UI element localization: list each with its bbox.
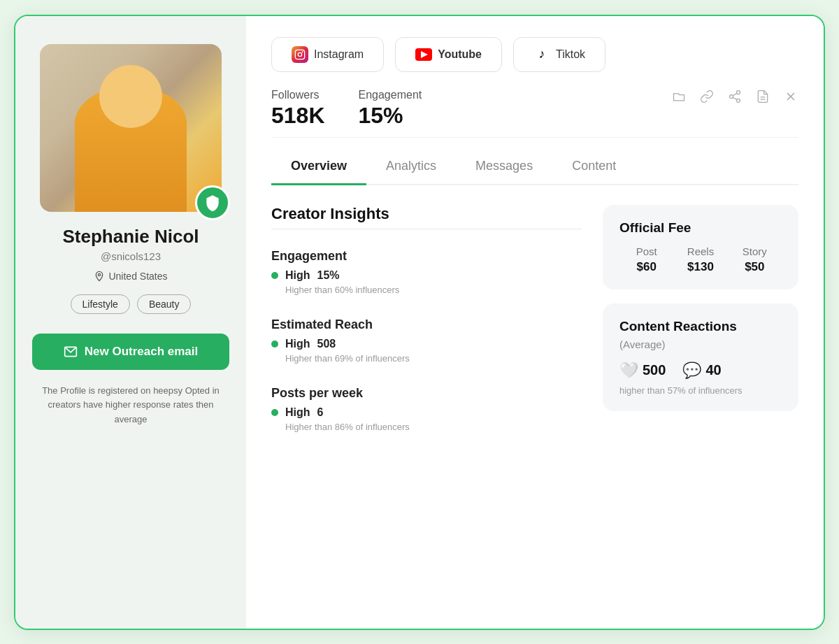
followers-label: Followers [271, 89, 325, 101]
reaction-comments: 💬 40 [682, 362, 721, 380]
insight-reach-value-row: High 508 [271, 338, 582, 350]
fee-post-value: $60 [619, 260, 673, 274]
verified-badge [195, 185, 230, 220]
reaction-likes: 🤍 500 [619, 362, 666, 380]
insight-reach-sub: Higher than 69% of influencers [285, 353, 582, 364]
fee-story-label: Story [728, 245, 782, 257]
official-fee-card: Official Fee Post $60 Reels $130 Story $ [603, 205, 798, 289]
profile-name: Stephanie Nicol [62, 226, 199, 248]
followers-stat: Followers 518K [271, 89, 325, 129]
document-icon[interactable] [755, 89, 770, 104]
avatar-wrapper [40, 44, 222, 212]
comment-icon: 💬 [682, 362, 701, 380]
right-cards: Official Fee Post $60 Reels $130 Story $ [603, 205, 798, 455]
outreach-label: New Outreach email [85, 345, 199, 359]
insight-engagement-level: High [285, 269, 310, 282]
close-icon[interactable] [783, 89, 798, 104]
official-fee-title: Official Fee [619, 220, 782, 236]
heart-icon: 🤍 [619, 362, 638, 380]
svg-point-3 [298, 52, 301, 56]
insight-reach: Estimated Reach High 508 Higher than 69%… [271, 317, 582, 364]
insight-engagement-name: Engagement [271, 249, 582, 264]
tab-analytics[interactable]: Analytics [366, 149, 456, 185]
reactions-row: 🤍 500 💬 40 [619, 362, 782, 380]
insight-reach-name: Estimated Reach [271, 317, 582, 332]
tiktok-label: Tiktok [556, 48, 585, 61]
engagement-value: 15% [359, 103, 422, 129]
content-area: Creator Insights Engagement High 15% Hig… [271, 205, 798, 455]
engagement-dot [271, 272, 278, 279]
action-icons [671, 89, 798, 104]
svg-line-6 [733, 93, 737, 95]
comments-value: 40 [705, 362, 721, 378]
profile-location: United States [94, 271, 167, 282]
profile-handle: @snicols123 [101, 250, 161, 262]
outreach-button[interactable]: New Outreach email [32, 334, 229, 370]
insights-title: Creator Insights [271, 205, 582, 223]
insight-engagement: Engagement High 15% Higher than 60% infl… [271, 249, 582, 295]
stats-divider [271, 137, 798, 138]
link-icon[interactable] [699, 89, 715, 104]
insight-reach-level: High [285, 338, 310, 350]
svg-line-5 [733, 97, 737, 99]
profile-note: The Profile is registered on heepsy Opte… [32, 384, 229, 427]
folder-icon[interactable] [671, 89, 687, 104]
engagement-stat: Engagement 15% [359, 89, 422, 129]
youtube-label: Youtube [438, 48, 482, 61]
stats-left: Followers 518K Engagement 15% [271, 89, 422, 129]
reactions-subtitle: (Average) [619, 338, 782, 350]
tab-messages[interactable]: Messages [456, 149, 552, 185]
youtube-icon [415, 46, 432, 63]
main-content: Instagram Youtube ♪ Tiktok [246, 16, 824, 629]
location-icon [94, 271, 105, 282]
instagram-label: Instagram [314, 48, 364, 61]
tab-tiktok[interactable]: ♪ Tiktok [513, 37, 605, 72]
insight-posts-sub: Higher than 86% of influencers [285, 422, 582, 432]
avatar [40, 44, 222, 212]
stats-row: Followers 518K Engagement 15% [271, 89, 798, 129]
fee-post-label: Post [619, 245, 673, 257]
fee-story-value: $50 [728, 260, 782, 274]
tab-overview[interactable]: Overview [271, 149, 366, 185]
insight-posts-name: Posts per week [271, 386, 582, 401]
fee-reels-label: Reels [673, 245, 727, 257]
platform-tabs: Instagram Youtube ♪ Tiktok [271, 37, 798, 72]
insight-posts: Posts per week High 6 Higher than 86% of… [271, 386, 582, 432]
reach-dot [271, 341, 278, 348]
insight-posts-value-row: High 6 [271, 406, 582, 419]
tag-beauty: Beauty [137, 294, 192, 314]
fee-row: Post $60 Reels $130 Story $50 [619, 245, 782, 274]
insight-reach-num: 508 [317, 338, 336, 350]
email-icon [64, 345, 78, 359]
engagement-label: Engagement [359, 89, 422, 101]
tab-youtube[interactable]: Youtube [395, 37, 502, 72]
tiktok-icon: ♪ [533, 46, 550, 63]
share-icon[interactable] [727, 89, 743, 104]
nav-tabs: Overview Analytics Messages Content [271, 149, 798, 185]
fee-post: Post $60 [619, 245, 673, 274]
instagram-icon [292, 46, 308, 63]
tags-container: Lifestyle Beauty [71, 294, 192, 314]
location-text: United States [108, 271, 167, 282]
insight-engagement-value-row: High 15% [271, 269, 582, 282]
posts-dot [271, 409, 278, 416]
main-card: Stephanie Nicol @snicols123 United State… [14, 15, 825, 630]
sidebar: Stephanie Nicol @snicols123 United State… [15, 16, 246, 629]
insights-section: Creator Insights Engagement High 15% Hig… [271, 205, 582, 455]
insights-divider [271, 229, 582, 229]
fee-story: Story $50 [728, 245, 782, 274]
tab-instagram[interactable]: Instagram [271, 37, 384, 72]
fee-reels: Reels $130 [673, 245, 727, 274]
fee-reels-value: $130 [673, 260, 727, 274]
followers-value: 518K [271, 103, 325, 129]
insight-posts-level: High [285, 406, 310, 419]
reactions-note: higher than 57% of influencers [619, 385, 782, 396]
tag-lifestyle: Lifestyle [71, 294, 130, 314]
svg-rect-2 [295, 50, 304, 59]
svg-point-4 [302, 51, 303, 52]
tab-content[interactable]: Content [552, 149, 636, 185]
content-reactions-card: Content Reactions (Average) 🤍 500 💬 40 h… [603, 303, 798, 411]
insight-posts-num: 6 [317, 406, 324, 419]
reactions-title: Content Reactions [619, 319, 782, 334]
svg-point-0 [99, 273, 101, 276]
